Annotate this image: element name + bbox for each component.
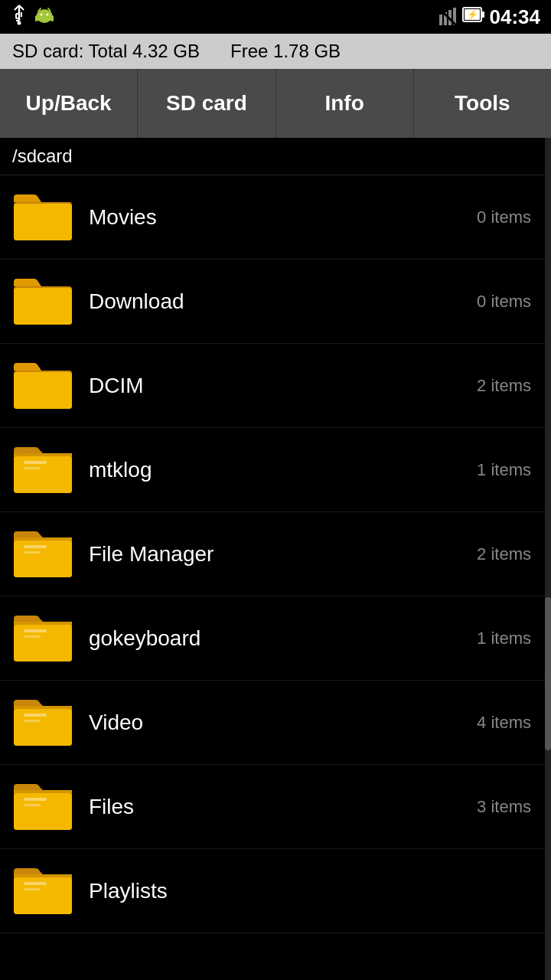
file-item[interactable]: mtklog 1 items [0, 428, 551, 512]
file-name: gokeyboard [89, 626, 439, 651]
folder-icon [12, 187, 73, 248]
svg-rect-26 [14, 204, 72, 240]
file-item[interactable]: Video 4 items [0, 681, 551, 765]
file-info: Video [89, 710, 439, 735]
android-icon [35, 4, 54, 30]
storage-free: Free 1.78 GB [230, 41, 341, 62]
file-name: DCIM [89, 374, 439, 398]
path-bar: /sdcard [0, 138, 551, 175]
svg-point-6 [18, 21, 21, 25]
svg-rect-37 [24, 545, 47, 548]
file-name: Download [89, 289, 439, 314]
file-info: mtklog [89, 458, 439, 482]
file-name: Video [89, 710, 439, 735]
svg-rect-46 [24, 720, 41, 722]
svg-rect-9 [37, 15, 52, 21]
file-meta: 2 items [439, 544, 539, 564]
svg-rect-16 [439, 15, 442, 25]
file-item[interactable]: Files 3 items [0, 765, 551, 849]
file-item[interactable]: Download 0 items [0, 260, 551, 344]
folder-icon [12, 439, 73, 501]
file-name: Playlists [89, 879, 439, 903]
svg-rect-53 [24, 882, 47, 885]
up-back-button[interactable]: Up/Back [0, 69, 138, 138]
file-info: File Manager [89, 542, 439, 567]
file-item[interactable]: File Manager 2 items [0, 512, 551, 596]
file-list: Movies 0 items Download 0 items [0, 175, 551, 933]
svg-rect-3 [16, 14, 19, 18]
file-meta: 1 items [439, 629, 539, 648]
svg-rect-38 [24, 551, 41, 554]
svg-rect-54 [24, 888, 41, 890]
status-left-icons [11, 4, 54, 30]
storage-total: SD card: Total 4.32 GB [12, 41, 200, 62]
file-item[interactable]: Playlists [0, 849, 551, 933]
folder-icon [12, 524, 73, 585]
file-info: DCIM [89, 374, 439, 398]
folder-icon [12, 861, 73, 922]
file-meta [439, 881, 539, 901]
folder-icon [12, 692, 73, 753]
file-info: Download [89, 289, 439, 314]
file-name: File Manager [89, 542, 439, 567]
sd-card-button[interactable]: SD card [138, 69, 276, 138]
file-info: Playlists [89, 879, 439, 903]
svg-rect-42 [24, 635, 41, 638]
file-meta: 0 items [439, 207, 539, 227]
file-info: Movies [89, 205, 439, 230]
svg-rect-50 [24, 804, 41, 806]
storage-bar: SD card: Total 4.32 GB Free 1.78 GB [0, 34, 551, 69]
svg-text:⚡: ⚡ [466, 8, 478, 20]
folder-icon [12, 355, 73, 416]
folder-icon [12, 271, 73, 332]
status-bar: ⚡ 04:34 [0, 0, 551, 34]
svg-point-10 [41, 14, 43, 16]
svg-rect-49 [24, 798, 47, 801]
file-meta: 2 items [439, 376, 539, 396]
battery-icon: ⚡ [462, 5, 485, 30]
tools-button[interactable]: Tools [414, 69, 551, 138]
svg-rect-41 [24, 629, 47, 632]
status-time: 04:34 [490, 5, 541, 29]
file-info: Files [89, 795, 439, 819]
file-meta: 3 items [439, 797, 539, 817]
svg-rect-22 [481, 11, 484, 18]
scroll-track[interactable] [545, 138, 551, 980]
svg-rect-30 [14, 372, 72, 409]
svg-rect-14 [35, 15, 37, 21]
svg-rect-45 [24, 714, 47, 717]
file-info: gokeyboard [89, 626, 439, 651]
file-name: mtklog [89, 458, 439, 482]
svg-point-11 [47, 14, 49, 16]
info-button[interactable]: Info [276, 69, 414, 138]
svg-rect-28 [14, 288, 72, 325]
folder-icon [12, 776, 73, 838]
folder-icon [12, 608, 73, 669]
scroll-thumb[interactable] [545, 597, 551, 750]
status-right-icons: ⚡ 04:34 [438, 5, 541, 30]
signal-off-icon [438, 7, 458, 27]
file-name: Files [89, 795, 439, 819]
file-name: Movies [89, 205, 439, 230]
file-meta: 0 items [439, 292, 539, 312]
file-item[interactable]: DCIM 2 items [0, 344, 551, 428]
svg-rect-33 [24, 461, 47, 464]
file-meta: 1 items [439, 460, 539, 480]
file-item[interactable]: gokeyboard 1 items [0, 596, 551, 681]
svg-rect-34 [24, 467, 41, 469]
file-meta: 4 items [439, 713, 539, 733]
file-item[interactable]: Movies 0 items [0, 175, 551, 260]
current-path: /sdcard [12, 145, 73, 166]
svg-rect-15 [51, 15, 54, 21]
toolbar: Up/Back SD card Info Tools [0, 69, 551, 138]
usb-icon [11, 4, 28, 30]
